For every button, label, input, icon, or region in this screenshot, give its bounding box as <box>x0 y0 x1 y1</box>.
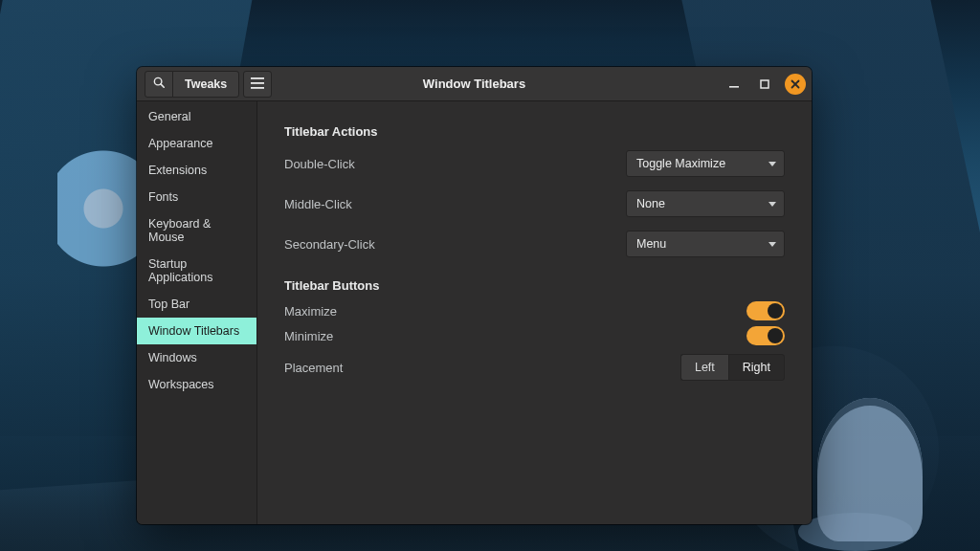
app-title: Tweaks <box>172 71 239 98</box>
sidebar-item-top-bar[interactable]: Top Bar <box>137 291 256 318</box>
svg-rect-6 <box>761 80 768 88</box>
dropdown-middle-click[interactable]: None <box>626 190 785 217</box>
close-icon <box>791 79 800 89</box>
window-body: General Appearance Extensions Fonts Keyb… <box>137 101 812 524</box>
maximize-icon <box>760 76 769 93</box>
switch-minimize[interactable] <box>746 326 785 345</box>
section-header-buttons: Titlebar Buttons <box>284 278 785 293</box>
chevron-down-icon <box>768 162 776 166</box>
sidebar-item-windows[interactable]: Windows <box>137 344 256 371</box>
row-secondary-click: Secondary-Click Menu <box>284 225 785 265</box>
placement-option-right[interactable]: Right <box>728 354 785 381</box>
svg-point-0 <box>154 77 162 85</box>
switch-knob <box>768 303 783 319</box>
hamburger-icon <box>251 76 264 93</box>
headerbar-right <box>724 74 812 95</box>
sidebar: General Appearance Extensions Fonts Keyb… <box>137 101 257 524</box>
dropdown-value: Menu <box>636 237 666 251</box>
sidebar-item-fonts[interactable]: Fonts <box>137 184 256 210</box>
dropdown-value: None <box>636 197 665 210</box>
svg-line-1 <box>161 83 164 86</box>
search-button[interactable] <box>145 71 173 98</box>
svg-rect-5 <box>729 86 739 88</box>
sidebar-item-appearance[interactable]: Appearance <box>137 130 256 157</box>
segmented-placement: Left Right <box>680 354 785 381</box>
label-maximize: Maximize <box>284 304 337 319</box>
switch-maximize[interactable] <box>746 301 785 320</box>
chevron-down-icon <box>768 242 776 247</box>
minimize-icon <box>729 76 739 93</box>
switch-knob <box>768 328 783 343</box>
window-minimize-button[interactable] <box>724 74 745 95</box>
hamburger-menu-button[interactable] <box>243 71 272 98</box>
label-middle-click: Middle-Click <box>284 197 352 211</box>
headerbar: Tweaks Window Titlebars <box>137 67 812 101</box>
row-maximize: Maximize <box>284 298 785 323</box>
headerbar-left-group: Tweaks <box>141 71 239 98</box>
headerbar-left: Tweaks <box>137 67 272 100</box>
dropdown-secondary-click[interactable]: Menu <box>626 231 785 257</box>
sidebar-item-startup-applications[interactable]: Startup Applications <box>137 251 256 291</box>
sidebar-item-general[interactable]: General <box>137 103 256 130</box>
search-icon <box>152 76 166 93</box>
window-close-button[interactable] <box>785 74 806 95</box>
row-middle-click: Middle-Click None <box>284 185 785 225</box>
label-placement: Placement <box>284 361 343 375</box>
svg-rect-3 <box>251 82 264 84</box>
label-minimize: Minimize <box>284 329 333 343</box>
svg-line-8 <box>792 80 799 87</box>
sidebar-item-extensions[interactable]: Extensions <box>137 157 256 184</box>
svg-rect-2 <box>251 77 264 79</box>
label-double-click: Double-Click <box>284 157 355 171</box>
dropdown-double-click[interactable]: Toggle Maximize <box>626 150 785 177</box>
row-double-click: Double-Click Toggle Maximize <box>284 144 785 185</box>
sidebar-item-window-titlebars[interactable]: Window Titlebars <box>137 318 256 344</box>
svg-rect-4 <box>251 87 264 89</box>
content-pane: Titlebar Actions Double-Click Toggle Max… <box>257 101 812 524</box>
sidebar-item-keyboard-mouse[interactable]: Keyboard & Mouse <box>137 210 256 251</box>
window-maximize-button[interactable] <box>754 74 775 95</box>
svg-line-7 <box>792 80 799 87</box>
section-header-actions: Titlebar Actions <box>284 124 785 139</box>
label-secondary-click: Secondary-Click <box>284 237 375 252</box>
sidebar-item-workspaces[interactable]: Workspaces <box>137 371 256 398</box>
chevron-down-icon <box>768 202 776 207</box>
dropdown-value: Toggle Maximize <box>636 157 725 170</box>
placement-option-left[interactable]: Left <box>680 354 728 381</box>
row-minimize: Minimize <box>284 323 785 348</box>
row-placement: Placement Left Right <box>284 348 785 388</box>
tweaks-window: Tweaks Window Titlebars <box>137 67 812 524</box>
